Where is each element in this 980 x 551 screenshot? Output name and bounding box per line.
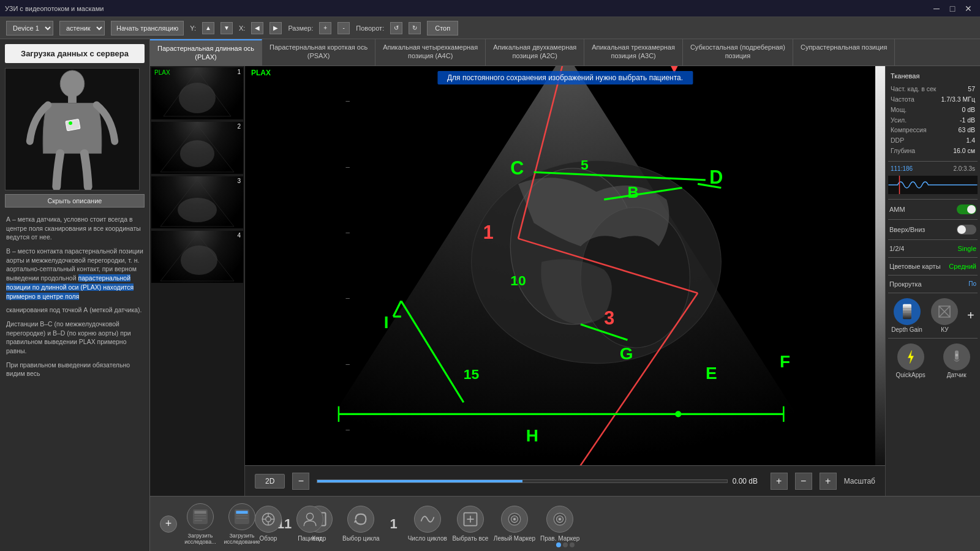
up-down-toggle[interactable] (957, 225, 976, 234)
gain-minus-button[interactable]: − (292, 473, 309, 490)
description-area: А – метка датчика, условно стоит всегда … (0, 211, 149, 551)
scroll-value: По (968, 280, 976, 287)
us-bottom-bar: 2D − 0.00 dB + − + Масштаб (245, 465, 885, 496)
server-load-button[interactable]: Загрузка данных с сервера (5, 44, 145, 63)
compression-value: 63 dB (959, 125, 975, 135)
color-maps-value[interactable]: Средний (949, 263, 976, 270)
up-down-row: Вверх/Вниз (888, 222, 978, 237)
thumbnail-4[interactable]: 4 (151, 231, 243, 283)
amm-toggle-knob (967, 205, 976, 214)
ku-label: КУ (941, 326, 948, 333)
rotation-cw-button[interactable]: ↻ (409, 22, 421, 34)
tab-a2c[interactable]: Апикальная двухкамернаяпозиция (А2С) (486, 39, 584, 66)
fps-value: 57 (968, 84, 975, 94)
quick-sensor-row: QuickApps Датчик (888, 341, 978, 381)
svg-point-73 (513, 518, 516, 520)
thumbnail-1[interactable]: PLAX 1 (151, 67, 243, 119)
tab-plax[interactable]: Парастернальная длинная ось(PLAX) (150, 39, 262, 66)
tab-suprasternal[interactable]: Супрастернальная позиция (793, 39, 895, 66)
cycle-count-value: 1 (390, 516, 398, 532)
divider-8 (888, 338, 978, 339)
scale-minus-button[interactable]: − (795, 473, 812, 490)
add-bottom-button[interactable]: + (160, 515, 177, 533)
x-left-button[interactable]: ◀ (251, 22, 263, 34)
svg-point-83 (306, 513, 313, 520)
svg-text:H: H (526, 426, 538, 445)
select-cycle-item[interactable]: Выбор цикла (342, 506, 380, 542)
device-select[interactable]: Device 1 (6, 21, 53, 36)
toolbar: Device 1 астеник Начать трансляцию Y: ▲ … (0, 17, 980, 39)
svg-point-11 (178, 198, 217, 222)
svg-text:I: I (384, 313, 389, 332)
tab-bar: Парастернальная длинная ось(PLAX) Параст… (150, 39, 980, 66)
svg-point-78 (266, 516, 271, 521)
left-marker-label: Левый Маркер (494, 535, 535, 542)
fraction-label: 1/2/4 (889, 245, 904, 252)
overview-item[interactable]: Обзор (250, 506, 287, 542)
2d-mode-button[interactable]: 2D (255, 474, 285, 489)
size-minus-button[interactable]: - (337, 22, 350, 34)
minimize-button[interactable]: ─ (930, 2, 943, 15)
svg-text:1: 1 (483, 221, 494, 242)
scroll-row: Прокрутка По (888, 278, 978, 290)
hide-description-button[interactable]: Скрыть описание (5, 194, 145, 208)
size-plus-button[interactable]: + (319, 22, 331, 34)
load-study-item-1[interactable]: Загрузитьисследова... (182, 503, 219, 545)
select-all-item[interactable]: Выбрать все (452, 506, 489, 542)
tab-subcostal[interactable]: Субкостальная (подреберная)позиция (683, 39, 793, 66)
svg-text:F: F (780, 351, 790, 370)
right-marker-label: Прав. Маркер (540, 535, 579, 542)
color-maps-label: Цветовые карты (889, 263, 941, 270)
overview-label: Обзор (260, 535, 277, 542)
amm-toggle[interactable] (957, 204, 976, 214)
waveform-display (888, 176, 978, 194)
svg-point-13 (181, 246, 217, 275)
power-label: Мощ. (891, 105, 907, 115)
depth-ku-row: Depth Gain КУ + (888, 296, 978, 335)
close-button[interactable]: ✕ (962, 2, 975, 15)
ddp-label: DDP (891, 135, 904, 146)
rotation-label: Поворот: (356, 24, 384, 32)
desc-para-1: А – метка датчика, условно стоит всегда … (6, 215, 143, 242)
right-marker-item[interactable]: Прав. Маркер (540, 506, 579, 542)
tab-a4c[interactable]: Апикальная четырехкамернаяпозиция (А4С) (375, 39, 486, 66)
left-marker-item[interactable]: Левый Маркер (494, 506, 535, 542)
fraction-value[interactable]: Single (957, 245, 976, 252)
desc-para-2: В – место контакта парастернальной позиц… (6, 247, 143, 301)
svg-point-76 (559, 518, 561, 520)
thumbnail-3[interactable]: 3 (151, 176, 243, 228)
patient-item[interactable]: Пациент (292, 506, 328, 542)
overview-patient-area: Обзор Пациент (245, 496, 333, 551)
cycles-item[interactable]: Число циклов (408, 506, 447, 542)
sensor-label: Датчик (947, 372, 967, 378)
stop-button[interactable]: Стоп (427, 21, 458, 36)
main-layout: Загрузка данных с сервера (0, 39, 980, 551)
start-broadcast-button[interactable]: Начать трансляцию (111, 21, 184, 36)
y-down-button[interactable]: ▼ (221, 22, 233, 34)
depth-gain-item[interactable]: Depth Gain (891, 298, 922, 333)
rotation-ccw-button[interactable]: ↺ (390, 22, 402, 34)
sensor-item[interactable]: Датчик (943, 343, 970, 378)
fraction-row: 1/2/4 Single (888, 242, 978, 255)
ku-item[interactable]: КУ (931, 298, 958, 333)
svg-point-1 (60, 70, 85, 97)
waveform-header: 111:186 2.0:3.3s (888, 164, 978, 173)
x-right-button[interactable]: ▶ (270, 22, 282, 34)
maximize-button[interactable]: □ (946, 2, 959, 15)
select-cycle-label: Выбор цикла (342, 535, 380, 542)
gain-plus-button[interactable]: + (771, 473, 788, 490)
gain-slider[interactable]: 0.00 dB (317, 477, 763, 485)
svg-text:10: 10 (510, 272, 526, 288)
thumbnail-2[interactable]: 2 (151, 122, 243, 174)
tab-psax[interactable]: Парастернальная короткая ось(PSAX) (262, 39, 375, 66)
gain-value: -1 dB (960, 115, 975, 126)
quick-apps-label: QuickApps (895, 372, 925, 378)
svg-text:PLAX: PLAX (154, 69, 170, 76)
patient-icon (296, 506, 323, 533)
right-add-icon[interactable]: + (967, 309, 974, 323)
y-up-button[interactable]: ▲ (202, 22, 214, 34)
quick-apps-item[interactable]: QuickApps (895, 343, 925, 378)
body-type-select[interactable]: астеник (59, 21, 105, 36)
tab-a3c[interactable]: Апикальная трехкамернаяпозиция (А3С) (584, 39, 683, 66)
scale-plus-button[interactable]: + (820, 473, 837, 490)
